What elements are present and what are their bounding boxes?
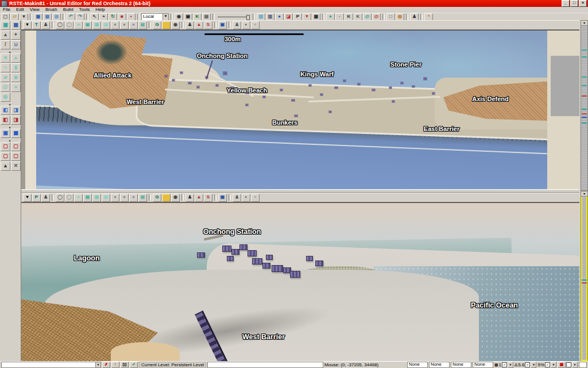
strip-options-arrow-icon[interactable]: ▾: [581, 21, 587, 26]
viewport-options-arrow-icon[interactable]: ▾: [23, 194, 32, 202]
volumetric-brush-icon[interactable]: ◍: [1, 93, 10, 102]
game-view-icon[interactable]: G: [153, 194, 161, 202]
geometry-mode-icon[interactable]: ▦: [11, 21, 21, 30]
drag-grid-checkbox[interactable]: ✓: [502, 362, 507, 367]
lighting-only-mode-icon[interactable]: ▣: [102, 21, 110, 29]
autosave-disabled-icon[interactable]: ▣: [558, 362, 566, 368]
camera-eye-icon[interactable]: ◉: [171, 21, 180, 29]
brush-wireframe-mode-icon[interactable]: ◯: [56, 21, 64, 29]
csg-intersect-icon[interactable]: ◧: [1, 116, 10, 125]
lit-mode-icon[interactable]: ▣: [83, 194, 92, 202]
pivot-icon[interactable]: ▪: [242, 194, 250, 202]
unlit-mode-icon[interactable]: ●: [74, 194, 83, 202]
detail-lighting-mode-icon[interactable]: ▣: [92, 194, 101, 202]
volume-actor-icon[interactable]: ▲: [195, 194, 203, 202]
stair-brush-icon[interactable]: ≡: [1, 63, 10, 72]
front-viewport-collapsed[interactable]: ▾: [581, 20, 588, 191]
viewport-options-arrow-icon[interactable]: ▾: [23, 21, 32, 29]
frame-icon[interactable]: ▫: [251, 21, 260, 29]
realtime-joystick-icon[interactable]: ♟: [41, 194, 50, 202]
shader-complexity-mode-icon[interactable]: ●: [129, 21, 138, 29]
terrain-edit-icon[interactable]: ▲: [1, 162, 10, 171]
minimize-button[interactable]: _: [562, 0, 570, 7]
card-brush-icon[interactable]: ◆: [11, 73, 21, 82]
delete-selected-icon[interactable]: ✕: [11, 162, 21, 171]
scale-grid-dropdown-icon[interactable]: ▼: [551, 362, 556, 368]
player-start-icon[interactable]: ♟: [185, 194, 194, 202]
combo-arrow-icon[interactable]: ▼: [163, 14, 168, 20]
close-button[interactable]: ×: [579, 0, 587, 7]
frame-icon[interactable]: ▫: [251, 194, 260, 202]
shader-complexity-mode-icon[interactable]: ●: [129, 194, 138, 202]
perspective-viewport-canvas[interactable]: Onchong StationLagoonWest BarrierPacific…: [21, 202, 579, 362]
menu-item-tools[interactable]: Tools: [76, 7, 93, 13]
sockets-icon[interactable]: S: [204, 21, 212, 29]
strip-options-arrow-icon[interactable]: ▾: [581, 191, 587, 197]
cylinder-brush-icon[interactable]: ▮: [11, 63, 21, 72]
detail-lighting-mode-icon[interactable]: ▣: [92, 21, 101, 29]
menu-item-view[interactable]: View: [27, 7, 42, 13]
add-builder-brush-icon[interactable]: ▦: [11, 129, 21, 138]
brush-wireframe-mode-icon[interactable]: ◯: [56, 194, 64, 202]
csg-deintersect-icon[interactable]: ◨: [11, 116, 21, 125]
menu-item-help[interactable]: Help: [92, 7, 107, 13]
cone-brush-icon[interactable]: ▲: [11, 53, 21, 63]
texture-density-mode-icon[interactable]: ●: [120, 21, 129, 29]
wireframe-mode-icon[interactable]: ◯: [65, 21, 74, 29]
wireframe-mode-icon[interactable]: ◯: [65, 194, 74, 202]
autosave-dropdown-icon[interactable]: ▼: [572, 362, 578, 368]
none-combo-3[interactable]: None: [451, 362, 471, 368]
clear-errors-button[interactable]: ✗: [102, 362, 110, 368]
add-volume-icon[interactable]: ▣: [1, 129, 10, 138]
pivot-icon[interactable]: ▪: [242, 21, 250, 29]
viewport-type-icon[interactable]: T: [32, 21, 41, 29]
player-start-icon[interactable]: ♟: [185, 21, 194, 29]
side-viewport-collapsed-active[interactable]: ▾: [581, 191, 588, 362]
far-clip-plane-slider[interactable]: [216, 14, 251, 20]
menu-item-edit[interactable]: Edit: [13, 7, 27, 13]
none-combo-2[interactable]: None: [429, 362, 450, 368]
unlit-mode-icon[interactable]: ●: [74, 21, 83, 29]
top-viewport-canvas[interactable]: 300m Allied AttackWest BarrierOnchong St…: [21, 30, 579, 189]
viewport-type-icon[interactable]: P: [32, 194, 41, 202]
volume-actor-icon[interactable]: ▲: [195, 21, 203, 29]
maximize-viewport-icon[interactable]: ▣: [218, 21, 227, 29]
menu-item-brush[interactable]: Brush: [42, 7, 60, 13]
select-touching-icon[interactable]: ▢: [11, 142, 21, 151]
actor-stamp-icon[interactable]: ♟: [233, 194, 241, 202]
maximize-viewport-icon[interactable]: ▣: [218, 194, 227, 202]
sphere-brush-icon[interactable]: ●: [11, 83, 21, 92]
sockets-icon[interactable]: S: [204, 194, 212, 202]
texture-density-mode-icon[interactable]: ●: [120, 194, 129, 202]
camera-mode-icon[interactable]: ▣: [1, 21, 10, 30]
menu-item-file[interactable]: File: [0, 7, 13, 13]
light-complexity-mode-icon[interactable]: ●: [111, 194, 119, 202]
select-inside-strict-icon[interactable]: ▢: [1, 152, 10, 161]
drag-grid-dropdown-icon[interactable]: ▼: [508, 362, 513, 368]
log-bars-button[interactable]: ▯▯: [121, 362, 129, 368]
actor-stamp-icon[interactable]: ♟: [233, 21, 241, 29]
select-inside-icon[interactable]: ▢: [1, 142, 10, 151]
camera-eye-icon[interactable]: ◉: [171, 194, 180, 202]
none-combo-4[interactable]: None: [473, 362, 493, 368]
sheet-brush-icon[interactable]: ▰: [1, 73, 10, 82]
csg-subtract-icon[interactable]: ◨: [11, 106, 21, 115]
terrain-mode-icon[interactable]: ▲: [1, 30, 10, 40]
lightmap-density-mode-icon[interactable]: ▣: [138, 194, 147, 202]
statusbar-command-combo[interactable]: ▼: [1, 362, 101, 368]
spiral-stair-brush-icon[interactable]: @: [1, 83, 10, 92]
maximize-button[interactable]: □: [570, 0, 578, 7]
lock-viewport-icon[interactable]: [162, 21, 171, 29]
menu-item-build[interactable]: Build: [60, 7, 76, 13]
translate-widget-icon[interactable]: +: [11, 30, 21, 40]
lit-mode-icon[interactable]: ▣: [83, 21, 92, 29]
none-combo-1[interactable]: None: [407, 362, 428, 368]
static-mesh-mode-icon[interactable]: ∪: [11, 40, 21, 49]
lighting-only-mode-icon[interactable]: ▣: [102, 194, 110, 202]
lightmap-density-mode-icon[interactable]: ▣: [138, 21, 147, 29]
scale-grid-checkbox[interactable]: ✓: [545, 362, 550, 367]
game-view-icon[interactable]: G: [153, 21, 161, 29]
csg-add-icon[interactable]: ◧: [1, 106, 10, 115]
select-partial-icon[interactable]: ▢: [11, 152, 21, 161]
cube-brush-icon[interactable]: ■: [1, 53, 10, 63]
